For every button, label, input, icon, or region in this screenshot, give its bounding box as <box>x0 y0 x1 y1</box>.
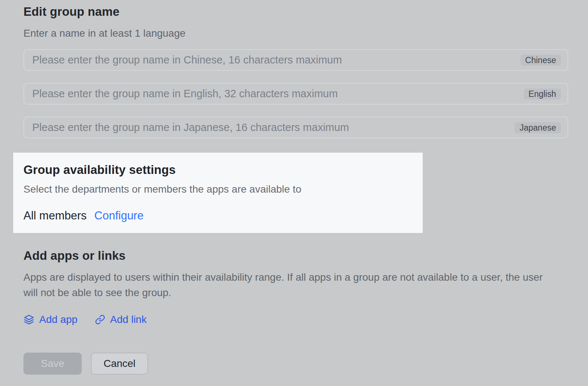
group-name-field-english: English <box>23 83 568 105</box>
link-icon <box>95 314 105 325</box>
language-badge-chinese: Chinese <box>521 55 561 66</box>
layers-icon <box>23 314 34 325</box>
group-availability-subtitle: Select the departments or members the ap… <box>23 183 423 196</box>
add-link-label: Add link <box>110 314 147 325</box>
add-actions-row: Add app Add link <box>23 314 588 325</box>
add-link-button[interactable]: Add link <box>95 314 147 325</box>
group-availability-title: Group availability settings <box>23 163 423 177</box>
edit-group-name-section: Edit group name Enter a name in at least… <box>0 4 588 138</box>
group-name-input-english[interactable] <box>24 84 524 104</box>
add-app-label: Add app <box>39 314 77 325</box>
add-apps-title: Add apps or links <box>23 248 588 263</box>
availability-row: All members Configure <box>23 209 423 223</box>
edit-group-name-title: Edit group name <box>23 4 588 19</box>
add-app-button[interactable]: Add app <box>23 314 77 325</box>
group-name-input-chinese[interactable] <box>24 50 521 70</box>
group-name-fields: Chinese English Japanese <box>23 49 568 138</box>
language-badge-english: English <box>524 88 561 99</box>
add-apps-description: Apps are displayed to users within their… <box>23 270 553 301</box>
edit-group-name-subtitle: Enter a name in at least 1 language <box>23 27 568 40</box>
footer-actions: Save Cancel <box>23 353 588 375</box>
language-badge-japanese: Japanese <box>515 122 561 133</box>
save-button[interactable]: Save <box>23 353 82 375</box>
add-apps-section: Add apps or links Apps are displayed to … <box>0 248 588 325</box>
group-name-field-chinese: Chinese <box>23 49 568 71</box>
configure-link[interactable]: Configure <box>94 209 143 223</box>
availability-value: All members <box>23 209 87 223</box>
group-availability-section: Group availability settings Select the d… <box>13 153 423 233</box>
cancel-button[interactable]: Cancel <box>91 353 148 375</box>
group-name-field-japanese: Japanese <box>23 117 568 138</box>
group-name-input-japanese[interactable] <box>24 117 515 138</box>
